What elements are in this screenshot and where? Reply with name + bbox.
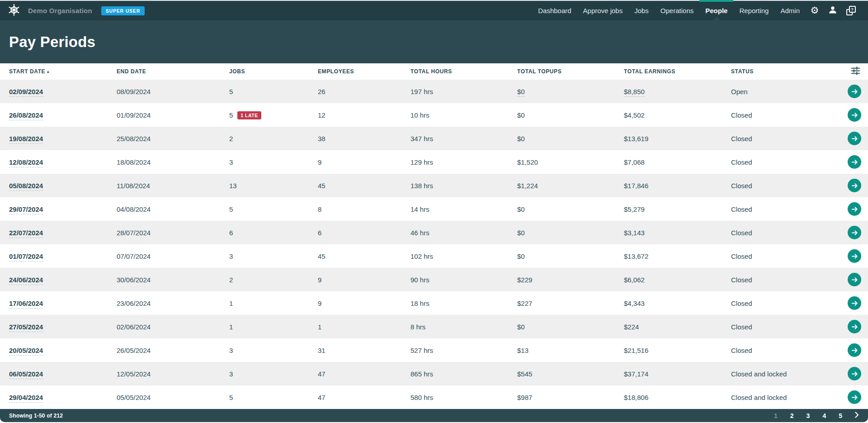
table-row[interactable]: 29/04/2024 05/05/2024 5 47 580 hrs $987 … (0, 385, 868, 409)
account-button[interactable] (824, 0, 842, 21)
table-row[interactable]: 02/09/2024 08/09/2024 5 26 197 hrs $0 $8… (0, 80, 868, 103)
table-row[interactable]: 01/07/2024 07/07/2024 3 45 102 hrs $0 $1… (0, 244, 868, 268)
table-row[interactable]: 27/05/2024 02/06/2024 1 1 8 hrs $0 $224 … (0, 315, 868, 338)
settings-button[interactable]: ⚙ (806, 0, 824, 21)
next-page-button[interactable] (855, 412, 859, 420)
arrow-right-icon (851, 112, 858, 119)
chevron-right-icon (855, 412, 859, 420)
table-row[interactable]: 12/08/2024 18/08/2024 3 9 129 hrs $1,520… (0, 150, 868, 174)
open-pay-period-button[interactable] (848, 85, 861, 98)
open-pay-period-button[interactable] (848, 202, 861, 216)
total-hours-cell: 138 hrs (410, 182, 517, 190)
page-button-2[interactable]: 2 (790, 412, 794, 419)
start-date-link[interactable]: 06/05/2024 (9, 370, 43, 379)
jobs-cell: 3 (229, 158, 318, 166)
open-pay-period-button[interactable] (848, 108, 861, 122)
employees-cell: 9 (318, 276, 410, 284)
col-header-status[interactable]: STATUS (731, 68, 839, 75)
open-pay-period-button[interactable] (848, 249, 861, 263)
start-date-link[interactable]: 24/06/2024 (9, 276, 43, 285)
open-pay-period-button[interactable] (848, 273, 861, 286)
start-date-link[interactable]: 01/07/2024 (9, 252, 43, 261)
open-pay-period-button[interactable] (848, 390, 861, 404)
org-logo[interactable] (6, 3, 22, 19)
start-date-link[interactable]: 27/05/2024 (9, 323, 43, 332)
open-pay-period-button[interactable] (848, 155, 861, 169)
pay-periods-table: START DATE▲ END DATE JOBS EMPLOYEES TOTA… (0, 63, 868, 409)
late-jobs-badge: 1 LATE (237, 111, 261, 119)
jobs-cell: 3 (229, 370, 318, 378)
total-topups-cell: $1,520 (517, 158, 624, 166)
employees-cell: 38 (318, 135, 410, 143)
help-button[interactable]: ? (842, 0, 860, 21)
col-header-employees[interactable]: EMPLOYEES (318, 68, 410, 75)
open-pay-period-button[interactable] (848, 179, 861, 192)
start-date-link[interactable]: 02/09/2024 (9, 88, 43, 97)
col-header-jobs[interactable]: JOBS (229, 68, 318, 75)
active-tab-caret (712, 17, 721, 21)
status-cell: Closed (731, 182, 839, 190)
open-pay-period-button[interactable] (848, 296, 861, 310)
table-row[interactable]: 20/05/2024 26/05/2024 3 31 527 hrs $13 $… (0, 338, 868, 362)
start-date-link[interactable]: 22/07/2024 (9, 229, 43, 238)
employees-cell: 45 (318, 252, 410, 260)
column-settings-button[interactable] (839, 67, 868, 76)
total-topups-cell: $229 (517, 276, 624, 284)
open-pay-period-button[interactable] (848, 226, 861, 239)
table-row[interactable]: 24/06/2024 30/06/2024 2 9 90 hrs $229 $6… (0, 268, 868, 291)
start-date-link[interactable]: 29/07/2024 (9, 205, 43, 214)
jobs-cell: 2 (229, 135, 318, 143)
col-header-total-hours[interactable]: TOTAL HOURS (410, 68, 517, 75)
end-date-cell: 12/05/2024 (117, 370, 229, 378)
table-row[interactable]: 19/08/2024 25/08/2024 2 38 347 hrs $0 $1… (0, 127, 868, 150)
col-header-end-date[interactable]: END DATE (117, 68, 229, 75)
start-date-link[interactable]: 29/04/2024 (9, 394, 43, 403)
arrow-right-icon (851, 300, 858, 307)
end-date-cell: 23/06/2024 (117, 299, 229, 307)
end-date-cell: 08/09/2024 (117, 88, 229, 95)
col-header-start-date[interactable]: START DATE▲ (0, 68, 117, 75)
status-cell: Closed (731, 158, 839, 166)
table-row[interactable]: 26/08/2024 01/09/2024 51 LATE 12 10 hrs … (0, 103, 868, 127)
start-date-link[interactable]: 05/08/2024 (9, 182, 43, 191)
status-cell: Closed and locked (731, 370, 839, 378)
status-cell: Closed (731, 323, 839, 331)
col-header-total-topups[interactable]: TOTAL TOPUPS (517, 68, 624, 75)
col-header-total-earnings[interactable]: TOTAL EARNINGS (624, 68, 731, 75)
status-cell: Open (731, 88, 839, 95)
table-row[interactable]: 05/08/2024 11/08/2024 13 45 138 hrs $1,2… (0, 174, 868, 197)
start-date-link[interactable]: 26/08/2024 (9, 111, 43, 120)
nav-item-dashboard[interactable]: Dashboard (532, 0, 577, 21)
jobs-cell: 1 (229, 299, 318, 307)
nav-item-operations[interactable]: Operations (655, 0, 699, 21)
active-tab-indicator (699, 0, 733, 2)
start-date-link[interactable]: 12/08/2024 (9, 158, 43, 167)
start-date-link[interactable]: 17/06/2024 (9, 299, 43, 309)
end-date-cell: 11/08/2024 (117, 182, 229, 190)
nav-item-approve-jobs[interactable]: Approve jobs (577, 0, 629, 21)
table-row[interactable]: 06/05/2024 12/05/2024 3 47 865 hrs $545 … (0, 362, 868, 385)
open-pay-period-button[interactable] (848, 320, 861, 333)
start-date-link[interactable]: 20/05/2024 (9, 347, 43, 356)
nav-item-reporting[interactable]: Reporting (733, 0, 774, 21)
sort-ascending-icon: ▲ (46, 70, 50, 74)
employees-cell: 6 (318, 229, 410, 237)
open-pay-period-button[interactable] (848, 367, 861, 380)
arrow-right-icon (851, 276, 858, 283)
page-button-5[interactable]: 5 (839, 412, 842, 419)
end-date-cell: 02/06/2024 (117, 323, 229, 331)
open-pay-period-button[interactable] (848, 343, 861, 357)
table-row[interactable]: 17/06/2024 23/06/2024 1 9 18 hrs $227 $4… (0, 291, 868, 315)
nav-item-admin[interactable]: Admin (774, 0, 806, 21)
table-row[interactable]: 22/07/2024 28/07/2024 6 6 46 hrs $0 $3,1… (0, 221, 868, 244)
page-button-4[interactable]: 4 (822, 412, 826, 419)
table-row[interactable]: 29/07/2024 04/08/2024 5 8 14 hrs $0 $5,2… (0, 197, 868, 221)
total-hours-cell: 8 hrs (410, 323, 517, 331)
open-pay-period-button[interactable] (848, 132, 861, 145)
nav-item-jobs[interactable]: Jobs (628, 0, 655, 21)
page-button-3[interactable]: 3 (807, 412, 810, 419)
start-date-link[interactable]: 19/08/2024 (9, 135, 43, 144)
total-topups-cell: $545 (517, 370, 624, 378)
employees-cell: 26 (318, 88, 410, 95)
nav-item-people[interactable]: People (699, 0, 733, 21)
